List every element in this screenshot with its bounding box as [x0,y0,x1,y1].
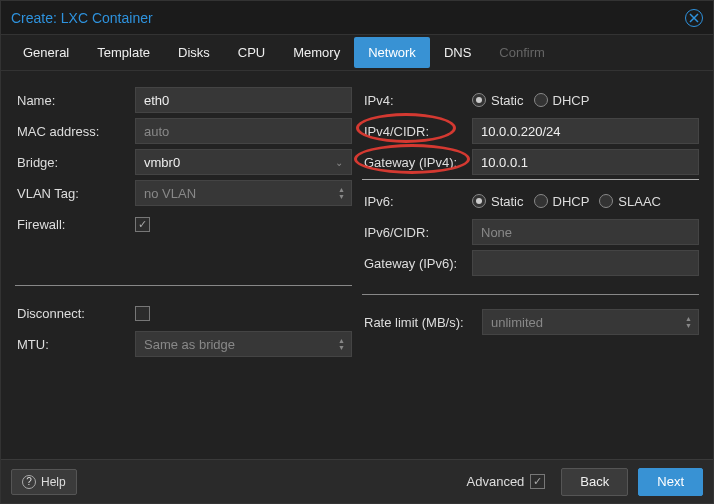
tabbar: General Template Disks CPU Memory Networ… [1,35,713,71]
ipv6-label: IPv6: [362,194,472,209]
dialog: Create: LXC Container General Template D… [0,0,714,504]
rate-input[interactable]: unlimited ▲▼ [482,309,699,335]
ipv6-static-label: Static [491,194,524,209]
ipv6-dhcp-label: DHCP [553,194,590,209]
ipv6cidr-placeholder: None [481,225,512,240]
dialog-title: Create: LXC Container [11,10,153,26]
ipv6-slaac-radio[interactable]: SLAAC [599,194,661,209]
disconnect-checkbox[interactable] [135,306,150,321]
ipv6cidr-row: IPv6/CIDR: None [362,217,699,247]
help-button[interactable]: ? Help [11,469,77,495]
bridge-row: Bridge: vmbr0 ⌄ [15,147,352,177]
ipv4-label: IPv4: [362,93,472,108]
bridge-value: vmbr0 [144,155,180,170]
ipv6-slaac-label: SLAAC [618,194,661,209]
ipv4cidr-input[interactable]: 10.0.0.220/24 [472,118,699,144]
name-label: Name: [15,93,135,108]
rate-label: Rate limit (MB/s): [362,315,482,330]
disconnect-row: Disconnect: [15,298,352,328]
gw6-label: Gateway (IPv6): [362,256,472,271]
gw4-label: Gateway (IPv4): [362,155,472,170]
footer: ? Help Advanced ✓ Back Next [1,459,713,503]
mtu-placeholder: Same as bridge [144,337,235,352]
ipv6-static-radio[interactable]: Static [472,194,524,209]
gw4-row: Gateway (IPv4): 10.0.0.1 [362,147,699,177]
ipv4-dhcp-radio[interactable]: DHCP [534,93,590,108]
advanced-checkbox[interactable]: ✓ [530,474,545,489]
advanced-label: Advanced [467,474,525,489]
tab-template[interactable]: Template [83,37,164,68]
gw4-input[interactable]: 10.0.0.1 [472,149,699,175]
vlan-input[interactable]: no VLAN ▲▼ [135,180,352,206]
gw6-row: Gateway (IPv6): [362,248,699,278]
ipv4cidr-value: 10.0.0.220/24 [481,124,561,139]
back-button[interactable]: Back [561,468,628,496]
rate-row: Rate limit (MB/s): unlimited ▲▼ [362,307,699,337]
ipv6cidr-label: IPv6/CIDR: [362,225,472,240]
tab-confirm: Confirm [485,37,559,68]
next-label: Next [657,474,684,489]
left-column: Name: eth0 MAC address: auto Bridge: vmb… [15,85,352,459]
disconnect-label: Disconnect: [15,306,135,321]
content: Name: eth0 MAC address: auto Bridge: vmb… [1,71,713,459]
rate-placeholder: unlimited [491,315,543,330]
tab-general[interactable]: General [9,37,83,68]
section-underline [362,179,699,180]
firewall-checkbox[interactable]: ✓ [135,217,150,232]
name-row: Name: eth0 [15,85,352,115]
tab-disks[interactable]: Disks [164,37,224,68]
mac-label: MAC address: [15,124,135,139]
ipv4-radio-group: Static DHCP [472,93,699,108]
advanced-toggle[interactable]: Advanced ✓ [467,474,546,489]
ipv4-row: IPv4: Static DHCP [362,85,699,115]
spinner-icon: ▲▼ [685,315,692,329]
back-label: Back [580,474,609,489]
vlan-placeholder: no VLAN [144,186,196,201]
help-icon: ? [22,475,36,489]
ipv4-dhcp-label: DHCP [553,93,590,108]
mac-placeholder: auto [144,124,169,139]
titlebar: Create: LXC Container [1,1,713,35]
ipv4-static-radio[interactable]: Static [472,93,524,108]
help-label: Help [41,475,66,489]
ipv4cidr-label: IPv4/CIDR: [362,124,472,139]
gw6-input[interactable] [472,250,699,276]
ipv6-row: IPv6: Static DHCP SLAAC [362,186,699,216]
name-input[interactable]: eth0 [135,87,352,113]
mtu-label: MTU: [15,337,135,352]
firewall-row: Firewall: ✓ [15,209,352,239]
tab-memory[interactable]: Memory [279,37,354,68]
ipv6cidr-input[interactable]: None [472,219,699,245]
vlan-row: VLAN Tag: no VLAN ▲▼ [15,178,352,208]
bridge-label: Bridge: [15,155,135,170]
ipv4cidr-row: IPv4/CIDR: 10.0.0.220/24 [362,116,699,146]
tab-cpu[interactable]: CPU [224,37,279,68]
mtu-row: MTU: Same as bridge ▲▼ [15,329,352,359]
vlan-label: VLAN Tag: [15,186,135,201]
spinner-icon: ▲▼ [338,186,345,200]
spinner-icon: ▲▼ [338,337,345,351]
next-button[interactable]: Next [638,468,703,496]
name-value: eth0 [144,93,169,108]
mac-input[interactable]: auto [135,118,352,144]
close-button[interactable] [685,9,703,27]
tab-dns[interactable]: DNS [430,37,485,68]
right-column: IPv4: Static DHCP IPv4/CIDR: 10.0.0.220/… [362,85,699,459]
bridge-select[interactable]: vmbr0 ⌄ [135,149,352,175]
mac-row: MAC address: auto [15,116,352,146]
ipv6-radio-group: Static DHCP SLAAC [472,194,699,209]
ipv6-dhcp-radio[interactable]: DHCP [534,194,590,209]
close-icon [689,13,699,23]
divider [15,285,352,286]
chevron-down-icon: ⌄ [335,157,343,168]
gw4-value: 10.0.0.1 [481,155,528,170]
tab-network[interactable]: Network [354,37,430,68]
mtu-input[interactable]: Same as bridge ▲▼ [135,331,352,357]
ipv4-static-label: Static [491,93,524,108]
firewall-label: Firewall: [15,217,135,232]
divider [362,294,699,295]
